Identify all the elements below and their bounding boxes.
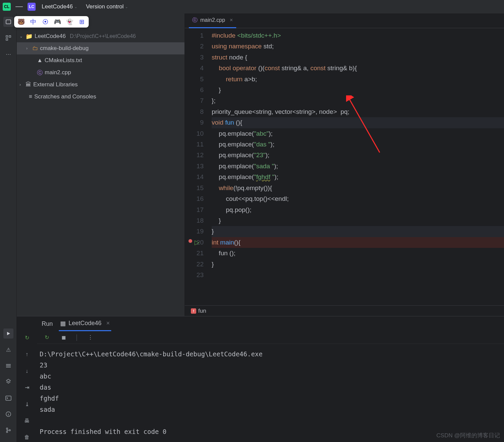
code-content[interactable]: #include <bits/stdc++.h> using namespace… [209, 28, 504, 305]
more-tool-button[interactable]: ⋯ [3, 49, 13, 59]
svg-point-11 [6, 428, 8, 429]
svg-point-12 [6, 431, 8, 433]
version-control-menu[interactable]: Version control ⌄ [83, 2, 131, 11]
root-name: LeetCode46 [35, 33, 66, 40]
run-config-tab[interactable]: ▦ LeetCode46 × [59, 316, 111, 331]
scroll-down-button[interactable]: ↓ [22, 366, 32, 375]
tree-item-label: main2.cpp [45, 69, 71, 76]
project-name: LeetCode46 [42, 3, 73, 10]
project-tool-button[interactable] [3, 17, 13, 27]
tree-item-label: CMakeLists.txt [45, 57, 82, 64]
title-bar: CL LC LeetCode46 ⌄ Version control ⌄ [0, 0, 504, 13]
run-config-label: LeetCode46 [69, 320, 101, 327]
application-icon: ▦ [60, 320, 66, 327]
caret-right-icon: › [26, 46, 30, 51]
stop-button[interactable]: ◼ [58, 333, 69, 343]
chinese-icon[interactable]: 中 [30, 18, 37, 26]
root-path: D:\Project\C++\LeetCode46 [70, 33, 136, 39]
tree-file-main2[interactable]: ⓒ main2.cpp [17, 67, 184, 79]
caret-down-icon: ⌄ [19, 34, 24, 39]
run-toolbar: ↻ ◼ │ ⋮ [37, 331, 504, 344]
library-icon: 🏛 [26, 81, 31, 88]
tree-root[interactable]: ⌄ 📁 LeetCode46 D:\Project\C++\LeetCode46 [17, 30, 184, 42]
code-editor[interactable]: 1234567891011121314151617181920▷212223 #… [185, 28, 504, 305]
console-output[interactable]: D:\Project\C++\LeetCode46\cmake-build-de… [37, 344, 504, 442]
terminal-tool-button[interactable] [3, 393, 13, 403]
svg-rect-0 [6, 20, 11, 24]
soft-wrap-button[interactable]: ⇥ [22, 383, 32, 392]
svg-rect-1 [6, 36, 8, 37]
function-icon: f [191, 308, 196, 314]
app-icon: CL [3, 3, 11, 11]
close-icon[interactable]: × [230, 17, 233, 23]
print-button[interactable]: 🖶 [22, 416, 32, 425]
structure-tool-button[interactable] [3, 33, 13, 43]
run-title: Run [42, 320, 53, 327]
editor-tabs: ⓒ main2.cpp × [185, 13, 504, 28]
project-badge: LC [28, 3, 36, 11]
floating-toolbar[interactable]: 🐻 中 ⦿ 🎮 👻 ⊞ [14, 16, 89, 28]
caret-right-icon: › [19, 82, 24, 87]
close-icon[interactable]: × [106, 320, 110, 327]
baidu-icon[interactable]: 🐻 [17, 18, 25, 26]
left-tool-strip: ⋯ ⚠ [0, 13, 17, 442]
clear-button[interactable]: 🗑 [22, 433, 32, 442]
tree-external-libraries[interactable]: › 🏛 External Libraries [17, 79, 184, 91]
breadcrumb-label: fun [198, 308, 206, 314]
breadcrumb-bar[interactable]: f fun [185, 305, 504, 316]
gutter[interactable]: 1234567891011121314151617181920▷212223 [185, 28, 209, 305]
svg-point-13 [9, 430, 10, 431]
vcs-tool-button[interactable] [3, 425, 13, 435]
chevron-down-icon: ⌄ [125, 5, 128, 9]
tree-folder-cmake-build-debug[interactable]: › 🗀 cmake-build-debug [17, 42, 184, 54]
todo-tool-button[interactable] [3, 361, 13, 371]
editor: ⓒ main2.cpp × 12345678910111213141516171… [185, 13, 504, 316]
cpp-icon: ⓒ [37, 69, 43, 77]
tree-item-label: cmake-build-debug [40, 45, 89, 52]
svg-rect-3 [6, 39, 8, 40]
run-header: Run ▦ LeetCode46 × [37, 316, 504, 331]
more-button[interactable]: ⋮ [85, 333, 95, 343]
scratches-icon: ≡ [29, 93, 32, 100]
main-menu-button[interactable] [14, 2, 24, 12]
chevron-down-icon: ⌄ [74, 5, 77, 9]
tree-item-label: External Libraries [33, 81, 78, 88]
game-icon[interactable]: 🎮 [54, 18, 61, 26]
editor-tab-main2[interactable]: ⓒ main2.cpp × [189, 13, 236, 28]
tree-scratches[interactable]: ≡ Scratches and Consoles [17, 91, 184, 103]
run-side-toolbar: ↻ ↑ ↓ ⇥ ⤓ 🖶 🗑 [17, 316, 37, 442]
rerun-button[interactable]: ↻ [42, 333, 52, 343]
project-tree[interactable]: ⌄ 📁 LeetCode46 D:\Project\C++\LeetCode46… [17, 13, 185, 316]
info-tool-button[interactable] [3, 409, 13, 419]
tab-label: main2.cpp [200, 17, 225, 23]
location-icon[interactable]: ⦿ [42, 18, 49, 26]
cpp-icon: ⓒ [192, 17, 198, 24]
watermark: CSDN @阿维的博客日记 [436, 432, 500, 439]
tree-item-label: Scratches and Consoles [34, 93, 96, 100]
svg-rect-7 [6, 396, 11, 400]
rerun-button[interactable]: ↻ [22, 333, 32, 342]
scroll-to-end-button[interactable]: ⤓ [22, 400, 32, 409]
problems-tool-button[interactable]: ⚠ [3, 345, 13, 355]
run-panel: ↻ ↑ ↓ ⇥ ⤓ 🖶 🗑 Run ▦ LeetCode46 × [17, 316, 504, 442]
project-selector[interactable]: LeetCode46 ⌄ [39, 2, 80, 11]
module-icon: 📁 [26, 33, 33, 40]
tree-file-cmakelists[interactable]: ▲ CMakeLists.txt [17, 54, 184, 67]
svg-rect-2 [9, 36, 11, 37]
run-tool-button[interactable] [3, 328, 13, 339]
services-tool-button[interactable] [3, 377, 13, 387]
ghost-icon[interactable]: 👻 [66, 18, 73, 26]
grid-icon[interactable]: ⊞ [78, 18, 85, 26]
scroll-up-button[interactable]: ↑ [22, 350, 32, 359]
cmake-icon: ▲ [37, 57, 43, 64]
folder-icon: 🗀 [32, 45, 38, 52]
